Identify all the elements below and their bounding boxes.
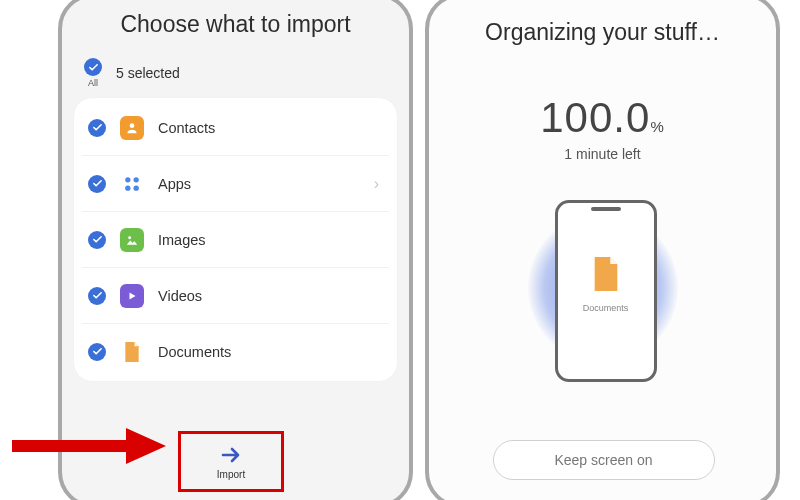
progress-percent: 100.0%: [429, 94, 776, 142]
documents-icon: [589, 253, 623, 299]
import-label: Import: [217, 469, 245, 480]
device-outline: Documents: [555, 200, 657, 382]
current-item-label: Documents: [558, 303, 654, 313]
item-label: Videos: [158, 288, 383, 304]
svg-point-4: [134, 185, 139, 190]
import-button[interactable]: Import: [178, 431, 284, 492]
volume-down-button: [779, 122, 780, 177]
phone-organizing: Organizing your stuff… 100.0% 1 minute l…: [425, 0, 780, 500]
item-label: Apps: [158, 176, 374, 192]
svg-point-2: [134, 177, 139, 182]
check-icon[interactable]: [88, 343, 106, 361]
videos-icon: [120, 284, 144, 308]
item-label: Documents: [158, 344, 383, 360]
percent-unit: %: [650, 118, 664, 135]
check-icon[interactable]: [88, 175, 106, 193]
select-all-toggle[interactable]: All: [84, 58, 102, 88]
power-button: [779, 197, 780, 232]
list-item[interactable]: Contacts: [82, 100, 389, 156]
percent-value: 100.0: [540, 94, 650, 141]
check-icon[interactable]: [88, 287, 106, 305]
check-icon: [84, 58, 102, 76]
keep-screen-on-button[interactable]: Keep screen on: [493, 440, 715, 480]
volume-up-button: [779, 57, 780, 112]
svg-point-5: [128, 236, 131, 239]
select-all-label: All: [88, 78, 98, 88]
svg-point-0: [130, 123, 135, 128]
list-item[interactable]: Images: [82, 212, 389, 268]
list-item[interactable]: Videos: [82, 268, 389, 324]
list-item[interactable]: Documents: [82, 324, 389, 379]
speaker-notch: [591, 207, 621, 211]
list-item[interactable]: Apps ›: [82, 156, 389, 212]
import-items-card: Contacts Apps › Images Videos: [74, 98, 397, 381]
chevron-right-icon: ›: [374, 175, 379, 193]
item-label: Contacts: [158, 120, 383, 136]
apps-icon: [120, 172, 144, 196]
page-title: Choose what to import: [62, 11, 409, 38]
power-button: [58, 197, 59, 232]
volume-up-button: [58, 57, 59, 112]
transfer-illustration: Documents: [513, 188, 693, 388]
volume-down-button: [58, 122, 59, 177]
check-icon[interactable]: [88, 231, 106, 249]
selection-summary-row: All 5 selected: [62, 58, 409, 98]
item-label: Images: [158, 232, 383, 248]
phone-import-selection: Choose what to import All 5 selected Con…: [58, 0, 413, 500]
selected-count: 5 selected: [116, 65, 180, 81]
check-icon[interactable]: [88, 119, 106, 137]
documents-icon: [120, 340, 144, 364]
arrow-right-icon: [219, 443, 243, 467]
contacts-icon: [120, 116, 144, 140]
svg-point-3: [125, 185, 130, 190]
page-title: Organizing your stuff…: [429, 19, 776, 46]
time-remaining: 1 minute left: [429, 146, 776, 162]
images-icon: [120, 228, 144, 252]
svg-point-1: [125, 177, 130, 182]
